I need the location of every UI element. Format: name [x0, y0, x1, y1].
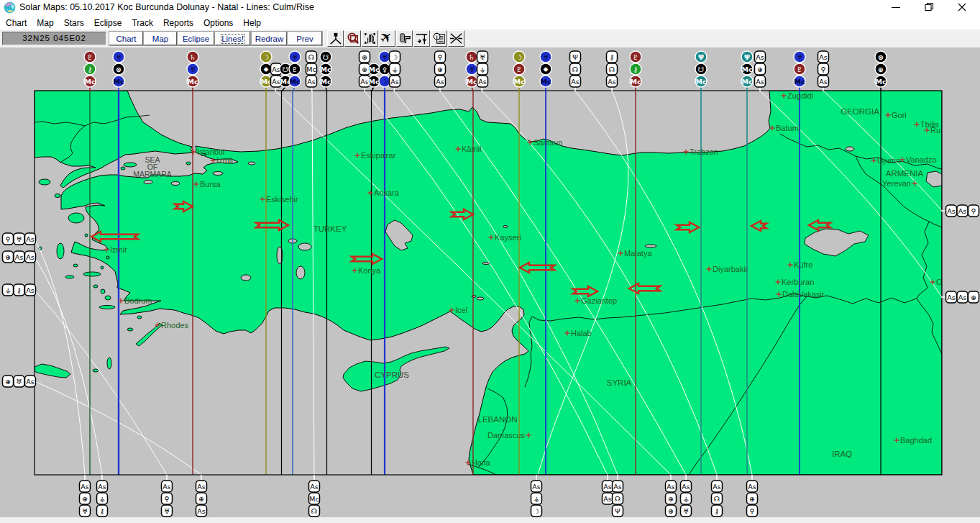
svg-text:As: As	[98, 483, 106, 491]
island	[186, 162, 191, 165]
glyph-stack-top: ♅⚶As	[477, 51, 488, 91]
glyph-stack-top: ☽✸Mc	[260, 51, 272, 91]
svg-text:Batumi: Batumi	[776, 124, 800, 132]
svg-text:Mc: Mc	[187, 78, 198, 86]
svg-text:⚶: ⚶	[99, 495, 105, 503]
locate-tool-button[interactable]	[327, 30, 344, 47]
title-bar[interactable]: Solar Maps: 05.10.2017 Koc Burcunda Dolu…	[0, 0, 980, 15]
svg-text:Izmir: Izmir	[110, 245, 127, 254]
island	[85, 234, 88, 237]
svg-text:Bodrum: Bodrum	[124, 296, 152, 305]
toolbar-button-map[interactable]: Map	[144, 32, 177, 45]
island	[93, 369, 99, 372]
svg-text:⚲: ⚲	[165, 495, 170, 503]
zoom-tool-button[interactable]	[344, 30, 361, 47]
svg-text:Mc: Mc	[289, 78, 300, 86]
svg-text:Gori: Gori	[892, 111, 907, 119]
glyph-stack-bottom: As⚶⚷	[97, 475, 108, 517]
svg-text:Mc: Mc	[741, 65, 752, 73]
svg-text:⊕: ⊕	[749, 495, 755, 503]
restore-button[interactable]	[912, 0, 945, 15]
paint-tool-button[interactable]	[396, 30, 413, 47]
svg-text:♅: ♅	[16, 235, 22, 243]
lake	[846, 147, 854, 151]
svg-text:As: As	[713, 483, 720, 491]
glyph-stack-bottom: As⊕♅	[80, 475, 91, 517]
island	[68, 213, 84, 223]
svg-text:As: As	[947, 294, 955, 301]
city-eskisehir: Eskisehir	[260, 195, 298, 204]
city-baghdad: Baghdad	[894, 436, 933, 445]
close-button[interactable]	[945, 0, 979, 15]
info-tool-button[interactable]: i	[431, 30, 447, 47]
glyph-stack-top: As⚲As	[818, 51, 829, 91]
crosshair-tool-button[interactable]	[448, 30, 464, 47]
island	[83, 272, 101, 276]
svg-text:As: As	[958, 207, 966, 215]
svg-text:⊗: ⊗	[878, 53, 884, 61]
island	[39, 179, 50, 185]
glyph-stack-top: ☊McAs	[306, 51, 317, 91]
svg-text:Mc: Mc	[260, 78, 271, 86]
menu-reports[interactable]: Reports	[158, 15, 198, 30]
svg-text:✸: ✸	[263, 65, 269, 73]
region-label: ARMENIA	[886, 169, 924, 178]
svg-text:⊗: ⊗	[116, 65, 122, 73]
svg-text:⚴: ⚴	[383, 65, 388, 73]
glyph-stack-top: ☽♇Mc	[513, 51, 525, 91]
svg-text:Rhodes: Rhodes	[161, 321, 188, 329]
svg-text:☽: ☽	[516, 53, 523, 61]
toolbar-button-chart[interactable]: Chart	[109, 32, 143, 45]
city-vanadzo: Vanadzo	[900, 155, 937, 164]
svg-text:As: As	[436, 78, 444, 86]
toolbar-button-eclipse[interactable]: Eclipse	[178, 32, 214, 45]
menu-eclipse[interactable]: Eclipse	[89, 15, 127, 30]
glyph-stack-bottom: As⚶♅	[681, 475, 692, 517]
glyph-stack-top: Ψ☋Mc	[695, 51, 707, 91]
lake	[248, 162, 255, 165]
region-label: LEBANON	[478, 415, 518, 424]
glyph-stack-bottom: AsMc☊	[309, 475, 320, 517]
svg-text:Kayseri: Kayseri	[495, 233, 521, 242]
svg-text:As: As	[26, 235, 34, 243]
glyph-stack-right: AsAs⚲	[941, 205, 979, 217]
svg-text:☊: ☊	[615, 495, 620, 503]
lake	[241, 275, 251, 281]
menu-map[interactable]: Map	[32, 15, 58, 30]
map-canvas[interactable]: IstanbulIzmitBursaEskisehirEskipazarKâmi…	[0, 47, 980, 523]
toolbar-button-redraw[interactable]: Redraw	[252, 32, 287, 45]
map-area: IstanbulIzmitBursaEskisehirEskipazarKâmi…	[35, 91, 943, 475]
menu-stars[interactable]: Stars	[59, 15, 89, 30]
astro-line-white	[35, 239, 85, 475]
app-window: Solar Maps: 05.10.2017 Koc Burcunda Dolu…	[0, 0, 980, 523]
minimize-button[interactable]	[879, 0, 912, 15]
svg-text:♇: ♇	[292, 65, 298, 73]
city-dalavakasir: DalaVakasir	[777, 290, 825, 299]
svg-text:As: As	[26, 378, 34, 386]
svg-text:i: i	[436, 34, 438, 40]
svg-text:Yerevan: Yerevan	[882, 179, 911, 188]
menu-options[interactable]: Options	[198, 15, 238, 30]
svg-text:As: As	[307, 78, 315, 86]
toolbar-button-lines[interactable]: Lines!	[215, 32, 250, 45]
svg-text:As: As	[81, 483, 88, 491]
menu-chart[interactable]: Chart	[1, 15, 32, 30]
svg-text:As: As	[608, 78, 615, 86]
svg-text:As: As	[272, 65, 280, 73]
lake	[298, 243, 311, 250]
svg-text:☊: ☊	[311, 507, 317, 515]
move-point-tool-button[interactable]	[413, 30, 430, 47]
island	[124, 163, 137, 167]
lake	[472, 296, 476, 298]
glyph-stack-top: As⊕As	[755, 51, 766, 91]
svg-text:☋: ☋	[323, 53, 329, 61]
menu-help[interactable]: Help	[238, 15, 266, 30]
svg-text:Kerburan: Kerburan	[782, 278, 814, 286]
coordinate-readout: 32N25 045E02	[2, 32, 106, 45]
pan-tool-button[interactable]	[362, 30, 378, 47]
glyph-stack-top: ♅⊗Mc	[113, 51, 124, 91]
travel-tool-button[interactable]: ✈	[379, 30, 395, 47]
menu-track[interactable]: Track	[127, 15, 158, 30]
toolbar-button-prev[interactable]: Prev	[288, 32, 322, 45]
glyph-stack-top: ♄♅Mc	[466, 51, 477, 91]
